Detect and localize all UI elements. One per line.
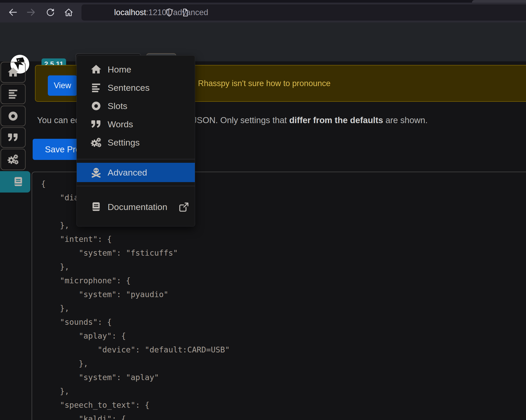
intro-text-bold: differ from the defaults <box>289 115 383 125</box>
home-icon <box>7 66 19 78</box>
browser-tab-strip <box>0 0 526 3</box>
forward-icon[interactable] <box>26 7 37 17</box>
back-icon[interactable] <box>7 7 18 17</box>
sidebar-item-home[interactable] <box>1 62 26 83</box>
sidebar-item-documentation[interactable] <box>0 171 30 193</box>
gears-icon <box>7 153 19 165</box>
browser-tab-corner <box>472 0 526 3</box>
sentences-icon <box>7 88 19 100</box>
warning-message: Rhasspy isn't sure how to pronounce <box>198 65 330 101</box>
menu-item-label: Words <box>108 119 133 129</box>
menu-item-label: Home <box>108 64 131 75</box>
menu-item-settings[interactable]: Settings <box>77 133 195 152</box>
menu-item-words[interactable]: Words <box>77 115 195 133</box>
home-icon <box>90 64 102 75</box>
intro-text-end: are shown. <box>383 115 428 125</box>
book-icon <box>90 201 102 213</box>
slots-icon <box>7 110 19 122</box>
menu-item-sentences[interactable]: Sentences <box>77 79 195 97</box>
menu-item-label: Settings <box>108 137 140 148</box>
menu-item-home[interactable]: Home <box>77 60 195 79</box>
screen: localhost:12101/advanced 2.5.11 Advanced… <box>0 0 526 420</box>
sidebar-item-words[interactable] <box>1 127 26 148</box>
home-nav-icon[interactable] <box>63 7 74 17</box>
sidebar-item-slots[interactable] <box>1 106 26 126</box>
url-bar[interactable]: localhost:12101/advanced <box>81 4 526 21</box>
menu-item-label: Advanced <box>108 167 147 178</box>
page-dropdown-menu: Home Sentences Slots Words <box>77 55 195 226</box>
url-path: :12101/advanced <box>146 8 208 17</box>
slots-icon <box>90 100 102 112</box>
url-host: localhost <box>114 8 146 17</box>
words-icon <box>7 131 19 143</box>
book-icon <box>12 176 24 188</box>
menu-divider <box>77 159 195 159</box>
browser-toolbar: localhost:12101/advanced <box>0 0 526 22</box>
menu-item-label: Sentences <box>108 83 150 93</box>
menu-item-advanced[interactable]: Advanced <box>77 163 195 182</box>
url-text[interactable]: localhost:12101/advanced <box>114 4 208 21</box>
sentences-icon <box>90 82 102 93</box>
menu-item-label: Documentation <box>108 202 167 212</box>
sidebar-item-settings[interactable] <box>1 149 26 170</box>
sidebar-item-sentences[interactable] <box>1 84 26 104</box>
skull-icon <box>90 167 102 178</box>
gears-icon <box>90 137 102 148</box>
words-icon <box>90 118 102 130</box>
menu-item-slots[interactable]: Slots <box>77 97 195 115</box>
menu-item-label: Slots <box>108 101 127 111</box>
menu-divider <box>77 186 195 186</box>
view-button[interactable]: View <box>48 75 77 96</box>
reload-icon[interactable] <box>45 7 56 17</box>
menu-item-documentation[interactable]: Documentation <box>77 197 195 217</box>
external-link-icon <box>178 201 189 213</box>
